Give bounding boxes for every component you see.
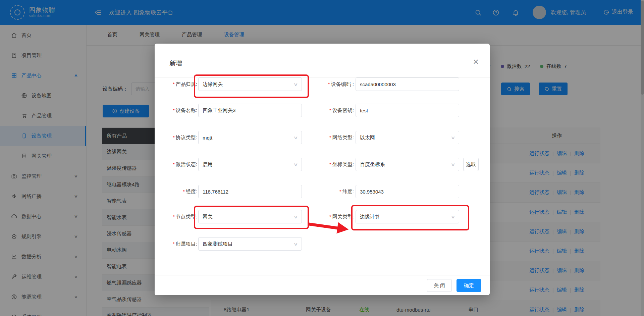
project-select[interactable]: 四象测试项目 ∨ <box>198 237 302 251</box>
longitude-field[interactable] <box>198 185 302 198</box>
gateway-type-label: *网关类型: <box>299 210 354 223</box>
protocol-select[interactable]: mqtt ∨ <box>198 131 302 144</box>
activation-label: *激活状态: <box>155 158 197 171</box>
node-type-select[interactable]: 网关 ∨ <box>198 210 302 223</box>
select-caret-icon: ∨ <box>451 162 455 167</box>
latitude-field[interactable] <box>356 185 459 198</box>
project-label: *归属项目: <box>155 237 197 251</box>
select-caret-icon: ∨ <box>451 214 455 219</box>
longitude-label: *经度: <box>155 185 197 198</box>
device-name-field[interactable] <box>198 104 302 117</box>
select-caret-icon: ∨ <box>293 214 298 219</box>
node-type-label: *节点类型: <box>155 210 197 223</box>
close-icon[interactable]: ✕ <box>473 58 479 66</box>
select-caret-icon: ∨ <box>293 242 298 247</box>
network-type-label: *网络类型: <box>299 131 354 144</box>
protocol-label: *协议类型: <box>155 131 197 144</box>
device-key-field[interactable] <box>356 104 459 117</box>
modal-title: 新增 <box>169 59 182 68</box>
device-name-label: *设备名称: <box>155 104 197 117</box>
coord-type-label: *坐标类型: <box>299 158 354 171</box>
network-type-select[interactable]: 以太网 ∨ <box>356 131 459 144</box>
add-device-modal: 新增 ✕ *产品归属: 边缘网关 ∨ *设备编码 : *设备名称: *设备密钥:… <box>155 44 490 295</box>
select-caret-icon: ∨ <box>293 162 298 167</box>
select-caret-icon: ∨ <box>293 82 298 87</box>
device-key-label: *设备密钥: <box>299 104 354 117</box>
latitude-label: *纬度: <box>299 185 354 198</box>
activation-select[interactable]: 启用 ∨ <box>198 158 302 171</box>
device-code-label: *设备编码 : <box>299 77 354 91</box>
product-owner-select[interactable]: 边缘网关 ∨ <box>198 77 302 91</box>
modal-confirm-button[interactable]: 确定 <box>457 279 481 292</box>
modal-footer: 关 闭 确定 <box>155 275 490 296</box>
coord-type-select[interactable]: 百度坐标系 ∨ <box>356 158 459 171</box>
pick-location-button[interactable]: 选取 <box>463 158 479 171</box>
gateway-type-select[interactable]: 边缘计算 ∨ <box>356 210 459 223</box>
modal-close-button[interactable]: 关 闭 <box>427 279 452 292</box>
select-caret-icon: ∨ <box>293 135 298 140</box>
select-caret-icon: ∨ <box>451 135 455 140</box>
product-owner-label: *产品归属: <box>155 77 197 91</box>
device-code-field[interactable] <box>356 77 459 91</box>
